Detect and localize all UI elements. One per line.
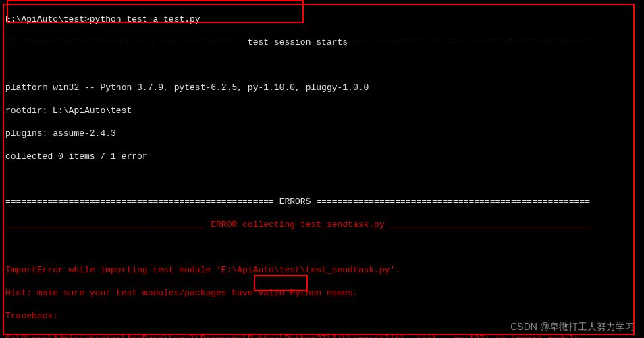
rootdir-line: rootdir: E:\ApiAuto\test [5,105,639,117]
terminal-output: E:\ApiAuto\test>python test_a_test.py ==… [0,0,644,338]
collected-line: collected 0 items / 1 error [5,151,639,163]
errors-header: ========================================… [5,197,639,208]
session-starts-line: ========================================… [5,37,639,49]
error-collecting-header: ______________________________________ E… [5,220,639,231]
import-error-line-4: C:\Users\Administrator\AppData\Local\Pro… [5,334,639,338]
import-error-line-2: Hint: make sure your test modules/packag… [5,288,639,299]
blank-line [5,243,639,254]
prompt-line: E:\ApiAuto\test>python test_a_test.py [5,14,639,26]
import-error-line-1: ImportError while importing test module … [5,265,639,276]
plugins-line: plugins: assume-2.4.3 [5,128,639,140]
watermark: CSDN @卑微打工人努力学习 [510,320,635,333]
blank-line [5,174,639,185]
platform-line: platform win32 -- Python 3.7.9, pytest-6… [5,82,639,94]
blank-line [5,59,639,71]
